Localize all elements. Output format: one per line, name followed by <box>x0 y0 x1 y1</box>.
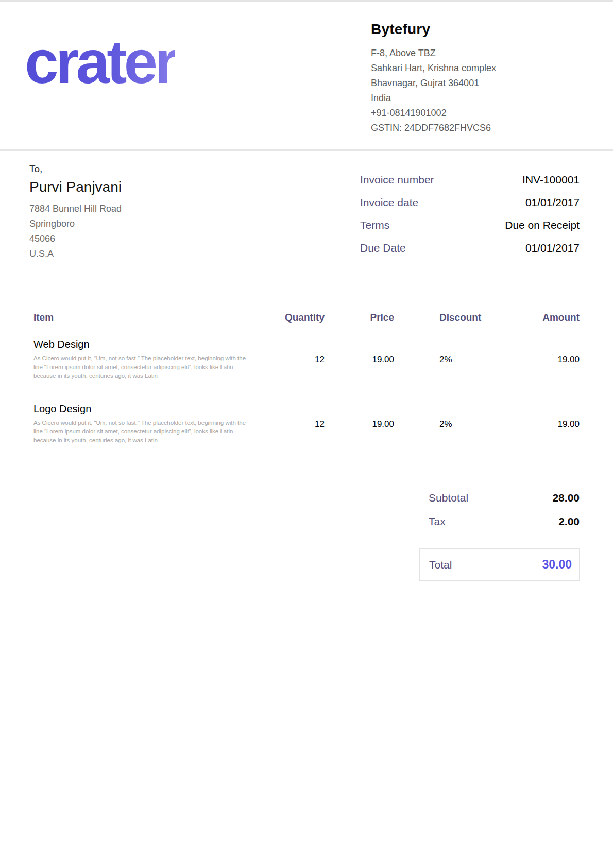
customer-address-line: U.S.A <box>29 246 122 261</box>
item-name: Web Design <box>33 339 265 350</box>
invoice-number-value: INV-100001 <box>522 174 580 186</box>
item-discount: 2% <box>394 339 513 403</box>
table-row: Logo Design As Cicero would put it, “Um,… <box>33 403 580 468</box>
due-date-value: 01/01/2017 <box>525 242 580 254</box>
quantity-column-header: Quantity <box>265 312 325 339</box>
items-divider <box>33 469 580 469</box>
customer-address: 7884 Bunnel Hill Road Springboro 45066 U… <box>29 202 122 261</box>
terms-label: Terms <box>360 219 389 231</box>
items-table: Item Quantity Price Discount Amount Web … <box>33 312 580 468</box>
item-quantity: 12 <box>265 339 325 403</box>
tax-row: Tax 2.00 <box>429 515 580 528</box>
due-date-label: Due Date <box>360 242 406 254</box>
item-price: 19.00 <box>325 403 394 468</box>
tax-label: Tax <box>429 515 446 528</box>
company-address-line: Sahkari Hart, Krishna complex <box>371 61 580 76</box>
company-gstin: GSTIN: 24DDF7682FHVCS6 <box>371 121 580 136</box>
item-discount: 2% <box>394 403 513 468</box>
item-cell: Web Design As Cicero would put it, “Um, … <box>33 339 265 403</box>
invoice-date-label: Invoice date <box>360 196 418 209</box>
invoice-date-value: 01/01/2017 <box>525 196 580 209</box>
items-table-header-row: Item Quantity Price Discount Amount <box>33 312 580 339</box>
item-quantity: 12 <box>265 403 325 468</box>
terms-row: Terms Due on Receipt <box>360 219 580 231</box>
company-name: Bytefury <box>371 21 580 38</box>
customer-address-line: Springboro <box>29 216 122 231</box>
billing-and-meta-section: To, Purvi Panjvani 7884 Bunnel Hill Road… <box>0 151 613 264</box>
discount-column-header: Discount <box>394 312 513 339</box>
invoice-page: crater Bytefury F-8, Above TBZ Sahkari H… <box>0 0 613 868</box>
subtotal-value: 28.00 <box>552 492 580 504</box>
invoice-number-label: Invoice number <box>360 174 434 186</box>
items-section: Item Quantity Price Discount Amount Web … <box>0 312 613 469</box>
subtotal-row: Subtotal 28.00 <box>429 492 580 504</box>
customer-name: Purvi Panjvani <box>29 179 122 195</box>
due-date-row: Due Date 01/01/2017 <box>360 242 580 254</box>
table-row: Web Design As Cicero would put it, “Um, … <box>33 339 580 403</box>
crater-logo: crater <box>25 31 175 92</box>
company-address: F-8, Above TBZ Sahkari Hart, Krishna com… <box>371 46 580 136</box>
item-description: As Cicero would put it, “Um, not so fast… <box>33 354 256 380</box>
crater-logo-text: crater <box>25 28 175 96</box>
company-address-line: Bhavnagar, Gujrat 364001 <box>371 76 580 91</box>
item-amount: 19.00 <box>513 339 580 403</box>
company-phone: +91-08141901002 <box>371 106 580 121</box>
company-address-line: India <box>371 91 580 106</box>
to-label: To, <box>29 163 122 175</box>
header: crater Bytefury F-8, Above TBZ Sahkari H… <box>0 2 613 151</box>
amount-column-header: Amount <box>513 312 580 339</box>
price-column-header: Price <box>325 312 394 339</box>
customer-address-line: 45066 <box>29 231 122 246</box>
terms-value: Due on Receipt <box>505 219 580 231</box>
invoice-meta-block: Invoice number INV-100001 Invoice date 0… <box>360 174 580 264</box>
item-column-header: Item <box>33 312 265 339</box>
item-cell: Logo Design As Cicero would put it, “Um,… <box>33 403 265 468</box>
totals-rows: Subtotal 28.00 Tax 2.00 <box>429 492 580 539</box>
total-label: Total <box>429 559 452 571</box>
invoice-date-row: Invoice date 01/01/2017 <box>360 196 580 209</box>
totals-section: Subtotal 28.00 Tax 2.00 Total 30.00 <box>0 492 613 581</box>
total-value: 30.00 <box>542 558 572 572</box>
item-name: Logo Design <box>33 403 265 415</box>
item-amount: 19.00 <box>513 403 580 468</box>
item-description: As Cicero would put it, “Um, not so fast… <box>33 419 256 445</box>
company-address-line: F-8, Above TBZ <box>371 46 580 61</box>
total-box: Total 30.00 <box>419 548 580 581</box>
invoice-number-row: Invoice number INV-100001 <box>360 174 580 186</box>
customer-address-line: 7884 Bunnel Hill Road <box>29 202 122 216</box>
subtotal-label: Subtotal <box>429 492 468 504</box>
item-price: 19.00 <box>325 339 394 403</box>
tax-value: 2.00 <box>558 515 580 528</box>
company-block: Bytefury F-8, Above TBZ Sahkari Hart, Kr… <box>371 21 580 136</box>
bill-to-block: To, Purvi Panjvani 7884 Bunnel Hill Road… <box>29 163 122 264</box>
